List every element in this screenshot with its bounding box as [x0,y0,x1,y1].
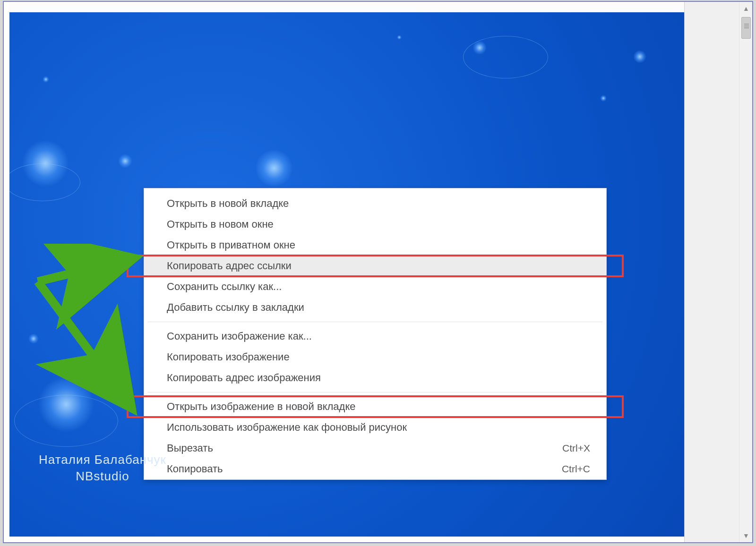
watermark-line1: Наталия Балабанчук [39,452,166,468]
outer-frame: Открыть в новой вкладкеОткрыть в новом о… [3,1,753,543]
menu-item[interactable]: ВырезатьCtrl+X [144,438,606,459]
menu-item[interactable]: Сохранить изображение как... [144,326,606,347]
menu-item[interactable]: Использовать изображение как фоновый рис… [144,417,606,438]
menu-item[interactable]: Добавить ссылку в закладки [144,297,606,318]
menu-item-label: Добавить ссылку в закладки [167,301,304,314]
menu-item[interactable]: Открыть изображение в новой вкладке [144,396,606,417]
menu-item-shortcut: Ctrl+C [562,463,593,475]
right-side-panel: ▲ ▼ [684,2,752,542]
content-area: Открыть в новой вкладкеОткрыть в новом о… [4,2,684,542]
scroll-up-button[interactable]: ▲ [739,2,753,15]
menu-item-label: Копировать адрес ссылки [167,260,292,272]
menu-item-shortcut: Ctrl+X [562,443,593,454]
scroll-thumb[interactable] [741,17,751,39]
menu-item-label: Открыть в приватном окне [167,239,295,251]
watermark: Наталия Балабанчук NBstudio [39,452,166,485]
menu-separator [148,392,602,392]
menu-item[interactable]: Открыть в приватном окне [144,235,606,256]
menu-item-label: Открыть в новом окне [167,218,274,230]
menu-item-label: Вырезать [167,442,213,454]
desktop-background: Открыть в новой вкладкеОткрыть в новом о… [9,12,684,537]
menu-item-label: Копировать адрес изображения [167,372,321,384]
top-blank-bar [9,2,684,12]
menu-separator [148,322,602,322]
menu-item[interactable]: Открыть в новом окне [144,214,606,235]
menu-item-label: Сохранить ссылку как... [167,281,282,293]
menu-item-label: Открыть изображение в новой вкладке [167,401,356,413]
menu-item-label: Открыть в новой вкладке [167,197,289,210]
menu-item-label: Копировать [167,463,223,475]
menu-item[interactable]: Копировать адрес изображения [144,367,606,388]
menu-item[interactable]: Открыть в новой вкладке [144,193,606,214]
menu-item-label: Сохранить изображение как... [167,330,312,342]
menu-item[interactable]: КопироватьCtrl+C [144,459,606,479]
context-menu[interactable]: Открыть в новой вкладкеОткрыть в новом о… [144,188,607,480]
menu-item[interactable]: Сохранить ссылку как... [144,276,606,297]
menu-item-label: Использовать изображение как фоновый рис… [167,421,407,434]
watermark-line2: NBstudio [39,468,166,485]
menu-item[interactable]: Копировать изображение [144,347,606,367]
annotation-arrows [24,244,151,433]
vertical-scrollbar[interactable]: ▲ ▼ [739,2,752,542]
scroll-down-button[interactable]: ▼ [739,529,753,542]
menu-item-label: Копировать изображение [167,351,290,363]
menu-item[interactable]: Копировать адрес ссылки [144,256,606,276]
